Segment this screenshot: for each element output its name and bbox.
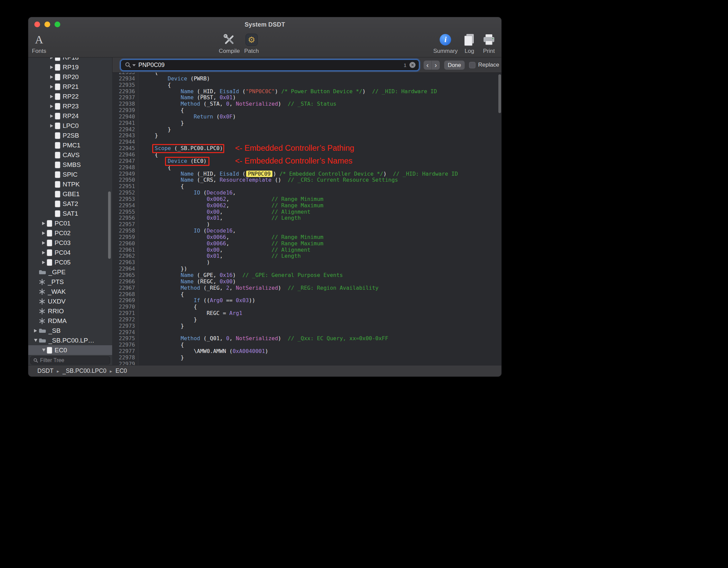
toolbar-item-summary[interactable]: i Summary — [433, 32, 458, 55]
disclosure-right-icon[interactable] — [48, 66, 55, 69]
sidebar-item-pc02[interactable]: PC02 — [28, 228, 112, 238]
line-number: 22938 — [112, 101, 135, 107]
sidebar-item-ec0[interactable]: EC0 — [28, 345, 112, 355]
code-line: 22943 } — [112, 133, 502, 139]
toolbar-item-patch[interactable]: ⚙ Patch — [244, 32, 259, 55]
filter-field[interactable] — [30, 356, 110, 364]
sidebar-item--pts[interactable]: _PTS — [28, 277, 112, 287]
done-button[interactable]: Done — [444, 61, 465, 70]
code-text: { — [135, 183, 184, 190]
find-previous-button[interactable]: ‹ — [424, 61, 432, 70]
sidebar-item-pc04[interactable]: PC04 — [28, 248, 112, 257]
disclosure-right-icon[interactable] — [32, 329, 39, 332]
disclosure-right-icon[interactable] — [40, 222, 47, 225]
sidebar-item-pmc1[interactable]: PMC1 — [28, 140, 112, 150]
sidebar-item-label: EC0 — [55, 347, 67, 354]
line-number: 22966 — [112, 279, 135, 285]
breadcrumb-item-ec0[interactable]: EC0 — [115, 367, 127, 375]
disclosure-right-icon[interactable] — [48, 124, 55, 128]
sidebar-item-lpc0[interactable]: LPC0 — [28, 121, 112, 131]
find-next-button[interactable]: › — [432, 61, 440, 70]
disclosure-right-icon[interactable] — [40, 232, 47, 235]
sidebar-item-rp21[interactable]: RP21 — [28, 82, 112, 92]
sidebar-item-pc03[interactable]: PC03 — [28, 238, 112, 248]
clear-search-icon[interactable]: ✕ — [409, 62, 416, 68]
sidebar-item-sat1[interactable]: SAT1 — [28, 209, 112, 218]
line-number: 22958 — [112, 228, 135, 234]
doc-icon — [55, 191, 60, 198]
toolbar-item-compile[interactable]: Compile — [219, 32, 240, 55]
sidebar-item-p2sb[interactable]: P2SB — [28, 131, 112, 140]
sidebar-item-rrio[interactable]: RRIO — [28, 306, 112, 316]
line-number: 22947 — [112, 158, 135, 165]
sidebar-item-label: UXDV — [48, 298, 66, 305]
search-scope-chevron-icon[interactable] — [132, 64, 136, 66]
code-text — [135, 329, 142, 336]
code-text: } — [135, 127, 171, 133]
disclosure-right-icon[interactable] — [48, 85, 55, 88]
sidebar-item-label: RP23 — [63, 103, 79, 110]
sidebar-item--wak[interactable]: _WAK — [28, 287, 112, 296]
sidebar-item-rp23[interactable]: RP23 — [28, 101, 112, 111]
sidebar-item-rp19[interactable]: RP19 — [28, 62, 112, 72]
sidebar-item-uxdv[interactable]: UXDV — [28, 296, 112, 306]
disclosure-right-icon[interactable] — [40, 251, 47, 254]
sidebar-item-label: _SB.PC00.LP… — [48, 337, 94, 344]
disclosure-down-icon[interactable] — [40, 349, 47, 352]
code-line: 22964 }) — [112, 266, 502, 272]
toolbar-item-fonts[interactable]: A Fonts — [32, 32, 46, 55]
code-text: \AMW0.AMWN (0xA0040001) — [135, 348, 268, 355]
disclosure-right-icon[interactable] — [40, 261, 47, 264]
sidebar-item-label: RP20 — [63, 73, 79, 81]
disclosure-right-icon[interactable] — [48, 95, 55, 98]
sidebar-item-rp20[interactable]: RP20 — [28, 72, 112, 82]
code-text: 0x01, // Length — [135, 253, 301, 259]
filter-tree-input[interactable] — [40, 357, 110, 363]
sidebar-item-cavs[interactable]: CAVS — [28, 150, 112, 160]
sidebar-item-rdma[interactable]: RDMA — [28, 316, 112, 326]
replace-checkbox[interactable] — [469, 62, 475, 68]
code-text: { — [135, 291, 184, 298]
sidebar-item--gpe[interactable]: _GPE — [28, 267, 112, 277]
editor-scrollbar[interactable] — [498, 74, 501, 113]
disclosure-right-icon[interactable] — [48, 114, 55, 118]
sidebar-item-label: GBE1 — [63, 190, 80, 198]
disclosure-right-icon[interactable] — [48, 58, 55, 59]
find-prev-next-group: ‹ › — [424, 61, 440, 70]
search-input[interactable] — [138, 62, 404, 69]
code-line: 22971 REGC = Arg1 — [112, 310, 502, 317]
sidebar-item-rp18[interactable]: RP18 — [28, 58, 112, 62]
toolbar-item-log[interactable]: Log — [464, 32, 474, 55]
toolbar-label: Patch — [244, 48, 259, 55]
disclosure-right-icon[interactable] — [48, 105, 55, 108]
sidebar-item-sat2[interactable]: SAT2 — [28, 199, 112, 209]
annotation-box-device — [165, 157, 209, 166]
disclosure-down-icon[interactable] — [32, 339, 39, 342]
code-line: 22961 0x00, // Alignment — [112, 247, 502, 253]
disclosure-right-icon[interactable] — [48, 75, 55, 79]
code-text: IO (Decode16, — [135, 190, 236, 196]
line-number: 22971 — [112, 310, 135, 317]
toolbar-item-print[interactable]: Print — [482, 32, 496, 55]
sidebar-item--sb[interactable]: _SB — [28, 326, 112, 335]
disclosure-right-icon[interactable] — [40, 241, 47, 245]
breadcrumb-item-dsdt[interactable]: DSDT — [37, 367, 54, 375]
line-number: 22956 — [112, 215, 135, 221]
sidebar-item-pc05[interactable]: PC05 — [28, 257, 112, 267]
sidebar-item-rp24[interactable]: RP24 — [28, 111, 112, 121]
sidebar-scrollbar[interactable] — [108, 191, 111, 259]
code-line: 22940 Return (0x0F) — [112, 114, 502, 120]
sidebar-item--sb-pc00-lp-[interactable]: _SB.PC00.LP… — [28, 335, 112, 345]
code-text: 0x00, // Alignment — [135, 209, 310, 215]
code-editor[interactable]: 22933 {22934 Device (PWRB)22935 {22936 N… — [112, 73, 502, 366]
doc-icon — [55, 201, 60, 207]
sidebar-item-smbs[interactable]: SMBS — [28, 160, 112, 170]
find-field[interactable]: 1 ✕ — [121, 60, 419, 70]
sidebar-item-pc01[interactable]: PC01 — [28, 218, 112, 228]
sidebar-item-gbe1[interactable]: GBE1 — [28, 189, 112, 199]
code-line: 22942 } — [112, 127, 502, 133]
sidebar-item-rp22[interactable]: RP22 — [28, 92, 112, 101]
sidebar-item-spic[interactable]: SPIC — [28, 170, 112, 179]
sidebar-item-ntpk[interactable]: NTPK — [28, 179, 112, 189]
breadcrumb-item--sb-pc00-lpc0[interactable]: _SB.PC00.LPC0 — [63, 367, 106, 375]
